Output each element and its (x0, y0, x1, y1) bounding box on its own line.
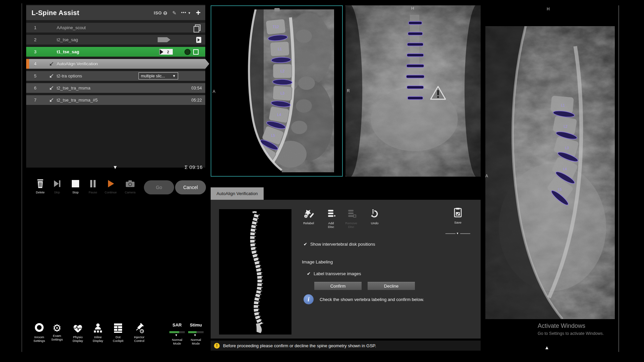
total-exam-time: Σ 09:16 (184, 164, 203, 170)
more-options-button[interactable]: ••• ▼ (181, 10, 191, 15)
relabel-button[interactable]: 0 Relabel (298, 208, 319, 225)
flag-arrow-icon (160, 49, 163, 55)
copy-icon (195, 24, 201, 31)
scan-duration: 05:22 (191, 98, 202, 103)
right-scrollbar[interactable] (618, 5, 619, 352)
stop-button[interactable]: Stop (66, 179, 85, 194)
undo-icon (369, 208, 380, 219)
label-transverse-checkbox[interactable]: ✔ Label transverse images (307, 271, 361, 276)
stimu-marker-icon: ▼ (194, 334, 197, 337)
viewport-coronal[interactable]: H R (345, 5, 481, 177)
queue-row-6[interactable]: 6 t2_tse_tra_msma 03:54 (26, 83, 205, 93)
queue-row-2[interactable]: 2 t2_tse_sag (26, 35, 205, 45)
undo-button[interactable]: Undo (364, 208, 385, 225)
row-number: 2 (26, 37, 44, 42)
queue-row-1[interactable]: 1 AAspine_scout (26, 23, 205, 33)
sequence-name: AAspine_scout (57, 25, 86, 30)
tag-badge-icon (158, 37, 170, 42)
chevron-down-icon: ▼ (188, 11, 191, 15)
decline-button[interactable]: Decline (368, 282, 415, 290)
sagittal-mri-large-image: L1 L2 L3 L4 L5 (485, 26, 615, 319)
play-icon (106, 179, 115, 188)
slice-mode-dropdown[interactable]: multiple slic... ▼ (139, 72, 178, 79)
status-circle-icon[interactable] (184, 49, 191, 55)
viewport-tool-icon (274, 8, 280, 11)
scroll-up-arrow[interactable]: ▲ (544, 345, 549, 350)
dock-physio-display[interactable]: PhysioDisplay (67, 322, 89, 343)
check-icon: ✔ (307, 271, 311, 276)
continue-button[interactable]: Continue (101, 179, 120, 194)
exam-title: L-Spine Assist (32, 9, 79, 17)
stimu-meter: Stimu ▼ NormalMode (188, 322, 204, 327)
sequence-icon (49, 73, 54, 78)
document-play-icon[interactable] (196, 37, 201, 43)
info-message: Check the shown vertebra labeling and co… (320, 297, 424, 302)
sequence-name: t2_tse_tra_msma_#5 (57, 98, 98, 103)
add-disc-button[interactable]: AddDisc (320, 208, 342, 229)
iso-circle-icon: ⊖ (163, 10, 167, 15)
dock-inline-display[interactable]: InlineDisplay (87, 322, 109, 343)
skip-button[interactable]: Skip (48, 179, 66, 194)
pause-icon (88, 179, 98, 188)
scan-duration: 03:54 (191, 86, 202, 90)
cancel-button[interactable]: Cancel (175, 180, 206, 194)
dock-exam-settings[interactable]: ⚙ ExamSettings (46, 322, 68, 341)
coronal-mri-image (345, 5, 481, 177)
confirm-button[interactable]: Confirm (314, 282, 362, 290)
syringe-icon (133, 322, 145, 334)
autoalign-step-icon (49, 61, 54, 66)
show-disks-checkbox[interactable]: ✔ Show intervertebral disk positions (304, 242, 375, 247)
orientation-marker-A: A (485, 174, 488, 178)
queue-row-7[interactable]: 7 t2_tse_tra_msma_#5 05:22 (26, 95, 205, 105)
dock-dot-cockpit[interactable]: DotCockpit (107, 322, 129, 343)
go-button[interactable]: Go (144, 180, 174, 194)
sequence-name: AutoAlign Verification (57, 61, 98, 66)
chevron-down-icon: ▼ (172, 74, 176, 78)
inroom-ring-icon (34, 322, 45, 334)
sar-bar (169, 331, 185, 333)
sequence-name: t2-tra options (57, 73, 82, 78)
pause-button[interactable]: Pause (84, 179, 102, 194)
camera-button[interactable]: Camera (121, 179, 140, 194)
image-labeling-heading: Image Labeling (302, 259, 333, 264)
viewport-sagittal-large[interactable]: L1 L2 L3 L4 L5 H A Activate Windows Go t… (484, 5, 616, 353)
sequence-icon (49, 98, 54, 103)
stop-icon (71, 179, 80, 188)
gear-icon: ⚙ (46, 322, 68, 334)
add-step-button[interactable]: + (196, 9, 201, 17)
orientation-marker-A: A (213, 89, 215, 94)
ellipsis-icon: ••• (181, 10, 186, 15)
row-number: 1 (26, 25, 44, 30)
edit-pencil-icon[interactable]: ✎ (172, 10, 177, 15)
panel-resize-handle[interactable]: ▼ (445, 232, 470, 235)
viewport-sagittal-selected[interactable]: T12 L1 L2 L3 L4 L5 S1 A (211, 5, 343, 177)
scan-count-badge: 2 (159, 49, 173, 55)
skip-icon (52, 179, 62, 188)
remove-disc-icon (345, 208, 357, 219)
autoalign-tab[interactable]: AutoAlign Verification (211, 187, 264, 200)
delete-button[interactable]: Delete (31, 179, 50, 194)
autoalign-panel: 0 Relabel AddDisc RemoveDisc (211, 200, 481, 339)
sequence-name: t2_tse_tra_msma (57, 85, 90, 90)
cockpit-table-icon (112, 322, 124, 334)
svg-text:0: 0 (305, 215, 307, 218)
queue-row-3-active[interactable]: 3 t1_tse_sag 2 (26, 47, 205, 57)
scanner-console: L-Spine Assist ISO ⊖ ✎ ••• ▼ + 1 AAspine… (0, 0, 644, 362)
check-icon: ✔ (304, 242, 307, 247)
queue-row-4-current[interactable]: 4 AutoAlign Verification (26, 59, 209, 69)
checkbox-square-icon[interactable] (193, 49, 199, 55)
warning-bar: ! Before proceeding please confirm or de… (211, 341, 481, 351)
left-edge-line (21, 3, 22, 352)
save-button[interactable]: Save (447, 207, 469, 224)
relabel-icon: 0 (303, 208, 314, 219)
orientation-marker-R: R (347, 88, 350, 93)
queue-row-5[interactable]: 5 t2-tra options multiple slic... ▼ (26, 71, 205, 81)
expand-queue-arrow[interactable]: ▼ (113, 164, 118, 170)
warning-message: Before proceeding please confirm or decl… (223, 343, 376, 348)
sar-marker-icon: ▼ (175, 334, 178, 337)
save-icon (452, 207, 464, 219)
dock-injector-control[interactable]: InjectorControl (128, 322, 150, 343)
queue-header: L-Spine Assist ISO ⊖ ✎ ••• ▼ + (26, 5, 205, 20)
row-number: 5 (26, 73, 44, 78)
row-number: 7 (26, 98, 44, 103)
